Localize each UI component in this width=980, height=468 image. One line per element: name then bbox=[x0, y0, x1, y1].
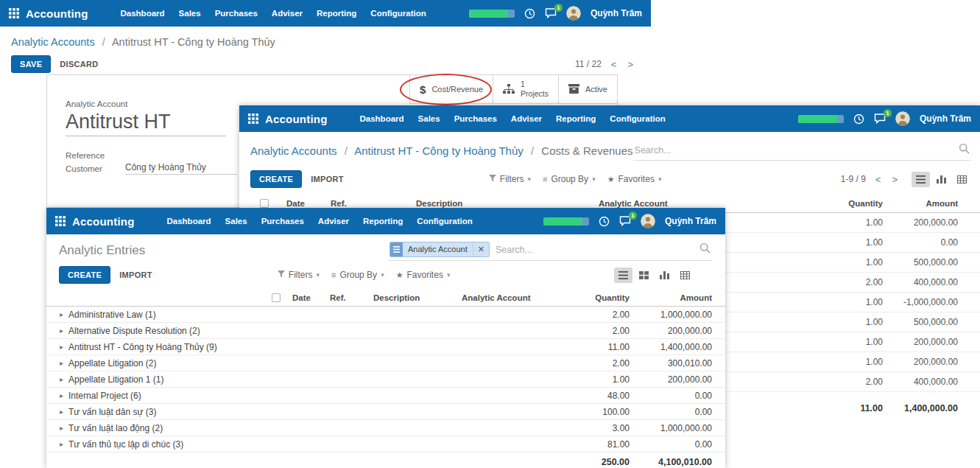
pager-prev-button[interactable]: < bbox=[610, 59, 618, 70]
search-box[interactable]: Analytic Account ✕ Search... bbox=[388, 240, 712, 261]
activity-clock-icon[interactable] bbox=[599, 216, 610, 227]
cost-revenue-button[interactable]: $ Cost/Revenue bbox=[410, 75, 493, 103]
active-button[interactable]: Active bbox=[559, 75, 617, 103]
column-analytic-account[interactable]: Analytic Account bbox=[462, 293, 563, 302]
import-button[interactable]: IMPORT bbox=[302, 171, 353, 187]
column-description[interactable]: Description bbox=[373, 293, 462, 302]
menu-reporting[interactable]: Reporting bbox=[317, 9, 356, 18]
user-name[interactable]: Quỳnh Trâm bbox=[591, 8, 642, 18]
menu-configuration[interactable]: Configuration bbox=[417, 217, 472, 226]
column-description[interactable]: Description bbox=[416, 199, 599, 208]
apps-grid-icon[interactable] bbox=[248, 113, 258, 124]
group-quantity: 3.00 bbox=[563, 423, 630, 433]
customer-input[interactable]: Công ty Hoàng Thủy bbox=[125, 162, 237, 175]
menu-sales[interactable]: Sales bbox=[179, 9, 201, 18]
search-icon[interactable] bbox=[959, 143, 970, 157]
select-all-checkbox[interactable] bbox=[260, 199, 269, 208]
menu-configuration[interactable]: Configuration bbox=[610, 114, 665, 123]
pager-next-button[interactable]: > bbox=[890, 174, 899, 185]
search-box[interactable]: Search... bbox=[633, 141, 971, 161]
analytic-account-input[interactable]: Antitrust HT bbox=[66, 111, 226, 136]
menu-dashboard[interactable]: Dashboard bbox=[167, 217, 211, 226]
create-button[interactable]: CREATE bbox=[250, 170, 302, 188]
select-all-checkbox[interactable] bbox=[272, 293, 281, 302]
group-row[interactable]: ▸Administrative Law (1)2.001,000,000.00 bbox=[46, 307, 725, 323]
column-date[interactable]: Date bbox=[286, 199, 331, 208]
menu-sales[interactable]: Sales bbox=[418, 114, 440, 123]
search-icon[interactable] bbox=[699, 242, 711, 256]
pivot-view-icon[interactable] bbox=[953, 172, 971, 187]
favorites-dropdown[interactable]: ★ Favorites ▾ bbox=[396, 270, 451, 280]
navbar-right: 1 Quỳnh Trâm bbox=[798, 111, 971, 126]
menu-configuration[interactable]: Configuration bbox=[370, 9, 426, 18]
pager-next-button[interactable]: > bbox=[626, 59, 635, 70]
favorites-dropdown[interactable]: ★ Favorites ▾ bbox=[607, 174, 662, 184]
column-amount[interactable]: Amount bbox=[630, 293, 712, 302]
column-ref[interactable]: Ref. bbox=[331, 199, 416, 208]
bar-chart-view-icon[interactable] bbox=[655, 268, 674, 283]
groupby-dropdown[interactable]: ≡ Group By ▾ bbox=[331, 270, 384, 280]
projects-button[interactable]: 1 Projects bbox=[493, 75, 559, 103]
messages-icon[interactable]: 1 bbox=[619, 216, 631, 226]
menu-adviser[interactable]: Adviser bbox=[272, 9, 303, 18]
import-button[interactable]: IMPORT bbox=[110, 267, 161, 283]
group-row[interactable]: ▸Internal Project (6)48.000.00 bbox=[46, 388, 725, 404]
groupby-dropdown[interactable]: ≡ Group By ▾ bbox=[543, 174, 596, 184]
messages-icon[interactable]: 1 bbox=[874, 113, 886, 124]
app-name[interactable]: Accounting bbox=[265, 113, 328, 125]
user-name[interactable]: Quỳnh Trâm bbox=[920, 113, 971, 124]
user-avatar[interactable] bbox=[641, 214, 655, 228]
column-ref[interactable]: Ref. bbox=[330, 293, 373, 302]
app-name[interactable]: Accounting bbox=[26, 7, 88, 20]
menu-purchases[interactable]: Purchases bbox=[454, 114, 497, 123]
pivot-view-icon[interactable] bbox=[676, 268, 694, 283]
group-row[interactable]: ▸Alternative Dispute Resolution (2)2.002… bbox=[46, 323, 725, 339]
group-row[interactable]: ▸Tư vấn luật dân sự (3)100.000.00 bbox=[46, 404, 725, 420]
facet-remove-icon[interactable]: ✕ bbox=[473, 242, 489, 256]
group-row[interactable]: ▸Tư vấn thủ tục lập di chúc (3)81.000.00 bbox=[46, 436, 725, 453]
messages-icon[interactable]: 1 bbox=[545, 8, 557, 18]
column-analytic-account[interactable]: Analytic Account bbox=[599, 199, 813, 208]
save-button[interactable]: SAVE bbox=[11, 55, 51, 73]
menu-purchases[interactable]: Purchases bbox=[215, 9, 258, 18]
user-name[interactable]: Quỳnh Trâm bbox=[665, 216, 716, 226]
search-input[interactable]: Search... bbox=[496, 245, 694, 255]
menu-reporting[interactable]: Reporting bbox=[556, 114, 596, 123]
create-button[interactable]: CREATE bbox=[59, 266, 110, 284]
group-row[interactable]: ▸Tư vấn luật lao động (2)3.001,000,000.0… bbox=[46, 420, 725, 436]
menu-dashboard[interactable]: Dashboard bbox=[121, 9, 165, 18]
menu-sales[interactable]: Sales bbox=[225, 217, 247, 226]
kanban-view-icon[interactable] bbox=[635, 268, 653, 283]
filters-dropdown[interactable]: Filters ▾ bbox=[278, 270, 320, 280]
column-date[interactable]: Date bbox=[292, 293, 330, 302]
user-avatar[interactable] bbox=[566, 6, 581, 21]
group-row[interactable]: ▸Antitrust HT - Công ty Hoàng Thủy (9)11… bbox=[46, 339, 725, 355]
group-row[interactable]: ▸Appellate Litigation 1 (1)1.00200,000.0… bbox=[46, 371, 725, 388]
menu-reporting[interactable]: Reporting bbox=[363, 217, 403, 226]
column-quantity[interactable]: Quantity bbox=[563, 293, 630, 302]
column-amount[interactable]: Amount bbox=[883, 199, 958, 208]
apps-grid-icon[interactable] bbox=[55, 216, 66, 226]
group-amount: 0.00 bbox=[630, 407, 712, 417]
breadcrumb-analytic-accounts[interactable]: Analytic Accounts bbox=[11, 36, 95, 48]
activity-clock-icon[interactable] bbox=[524, 8, 535, 19]
breadcrumb-analytic-accounts[interactable]: Analytic Accounts bbox=[250, 144, 337, 157]
filters-dropdown[interactable]: Filters ▾ bbox=[489, 174, 531, 184]
app-name[interactable]: Accounting bbox=[72, 215, 135, 228]
bar-chart-view-icon[interactable] bbox=[932, 172, 951, 187]
list-view-icon[interactable] bbox=[912, 172, 930, 187]
user-avatar[interactable] bbox=[895, 111, 910, 126]
activity-clock-icon[interactable] bbox=[853, 113, 864, 125]
menu-dashboard[interactable]: Dashboard bbox=[360, 114, 404, 123]
group-row[interactable]: ▸Appellate Litigation (2)2.00300,010.00 bbox=[46, 355, 725, 371]
pager-prev-button[interactable]: < bbox=[874, 174, 883, 185]
apps-grid-icon[interactable] bbox=[9, 8, 19, 18]
search-input[interactable]: Search... bbox=[635, 145, 953, 156]
list-view-icon[interactable] bbox=[614, 268, 632, 283]
menu-adviser[interactable]: Adviser bbox=[511, 114, 542, 123]
breadcrumb-record[interactable]: Antitrust HT - Công ty Hoàng Thủy bbox=[354, 144, 524, 157]
discard-button[interactable]: DISCARD bbox=[51, 56, 107, 72]
menu-adviser[interactable]: Adviser bbox=[318, 217, 349, 226]
column-quantity[interactable]: Quantity bbox=[813, 199, 883, 208]
menu-purchases[interactable]: Purchases bbox=[261, 217, 304, 226]
